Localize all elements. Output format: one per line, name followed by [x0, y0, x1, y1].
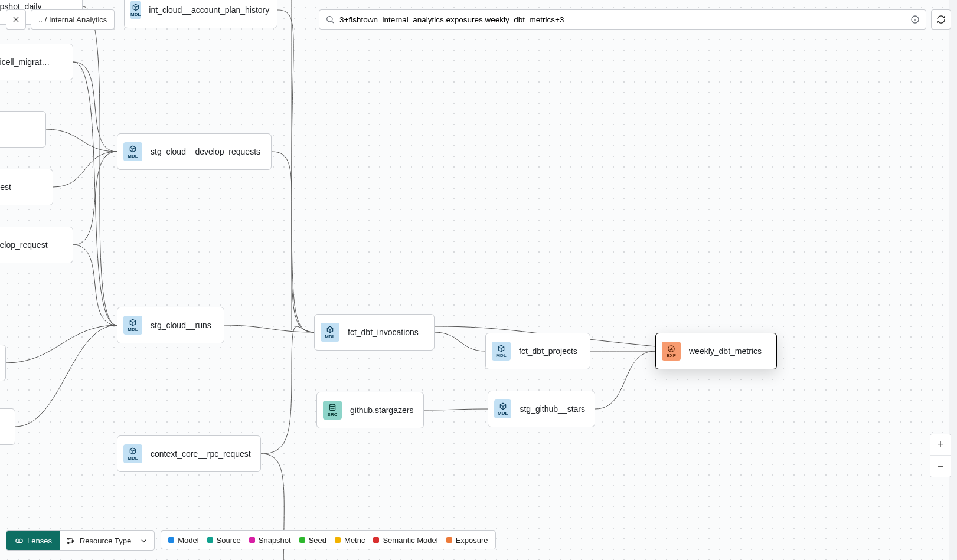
- info-icon[interactable]: [910, 15, 920, 24]
- chevron-down-icon: [139, 536, 148, 545]
- svg-point-7: [67, 542, 69, 544]
- breadcrumb[interactable]: .. / Internal Analytics: [31, 9, 115, 30]
- node-int_acct_plan[interactable]: MDLint_cloud__account_plan_history: [124, 0, 277, 28]
- node-badge: EXP: [662, 342, 681, 361]
- legend-swatch: [446, 537, 452, 543]
- node-label: stg_github__stars: [520, 404, 585, 414]
- node-label: develop_request: [0, 240, 48, 250]
- node-badge: SRC: [323, 401, 342, 420]
- node-badge: MDL: [494, 399, 511, 418]
- node-badge: MDL: [123, 142, 142, 161]
- resource-type-dropdown[interactable]: Resource Type: [60, 531, 154, 550]
- node-multicell[interactable]: nulticell_migrat…: [0, 44, 73, 80]
- legend-item: Model: [168, 536, 198, 545]
- legend-item: Seed: [299, 536, 326, 545]
- refresh-icon: [936, 15, 946, 24]
- breadcrumb-label: .. / Internal Analytics: [38, 15, 107, 24]
- legend-label: Metric: [344, 536, 365, 545]
- legend-label: Model: [178, 536, 198, 545]
- node-velop_request[interactable]: velop_request: [0, 169, 53, 205]
- legend-item: Snapshot: [249, 536, 291, 545]
- node-label: fct_dbt_projects: [519, 346, 577, 356]
- svg-point-6: [67, 538, 69, 539]
- legend-label: Semantic Model: [383, 536, 437, 545]
- node-label: velop_request: [0, 182, 11, 192]
- zoom-in-button[interactable]: +: [930, 434, 951, 456]
- svg-point-0: [329, 404, 335, 407]
- search-input[interactable]: [339, 15, 906, 24]
- lenses-icon: [15, 536, 24, 545]
- view-controls: Lenses Resource Type: [6, 530, 155, 551]
- node-badge: MDL: [321, 323, 339, 342]
- zoom-out-button[interactable]: −: [930, 456, 951, 477]
- node-weekly[interactable]: EXPweekly_dbt_metrics: [655, 333, 777, 369]
- legend: ModelSourceSnapshotSeedMetricSemantic Mo…: [161, 530, 495, 549]
- legend-item: Metric: [335, 536, 365, 545]
- legend-swatch: [207, 537, 213, 543]
- node-label: stg_cloud__runs: [151, 320, 211, 330]
- resource-type-label: Resource Type: [80, 536, 131, 545]
- node-badge: MDL: [130, 1, 141, 19]
- search-icon: [325, 15, 335, 24]
- node-fct_inv[interactable]: MDLfct_dbt_invocations: [314, 314, 435, 351]
- close-icon: [12, 15, 20, 24]
- lenses-button[interactable]: Lenses: [6, 531, 60, 550]
- svg-point-2: [327, 17, 332, 22]
- node-label: context_core__rpc_request: [151, 449, 251, 459]
- node-stg_dev_req[interactable]: MDLstg_cloud__develop_requests: [117, 133, 272, 170]
- legend-item: Source: [207, 536, 241, 545]
- node-develop_request[interactable]: develop_request: [0, 227, 73, 263]
- search-bar[interactable]: [319, 9, 926, 30]
- legend-item: Semantic Model: [373, 536, 437, 545]
- legend-swatch: [168, 537, 174, 543]
- refresh-button[interactable]: [931, 9, 951, 30]
- legend-label: Source: [217, 536, 241, 545]
- node-badge: MDL: [123, 316, 142, 335]
- legend-swatch: [299, 537, 305, 543]
- node-p_request[interactable]: p_request: [0, 111, 46, 148]
- node-fct_proj[interactable]: MDLfct_dbt_projects: [485, 333, 590, 369]
- canvas-background[interactable]: [0, 0, 957, 560]
- node-blank_n[interactable]: n: [0, 345, 6, 381]
- node-stg_runs[interactable]: MDLstg_cloud__runs: [117, 307, 224, 343]
- node-label: int_cloud__account_plan_history: [149, 5, 269, 15]
- node-context_rpc[interactable]: MDLcontext_core__rpc_request: [117, 435, 261, 472]
- legend-label: Seed: [309, 536, 326, 545]
- node-label: github.stargazers: [350, 405, 413, 415]
- node-label: fct_dbt_invocations: [348, 328, 419, 337]
- legend-swatch: [249, 537, 255, 543]
- node-github_src[interactable]: SRCgithub.stargazers: [316, 392, 424, 428]
- legend-item: Exposure: [446, 536, 488, 545]
- legend-swatch: [335, 537, 341, 543]
- node-stg_stars[interactable]: MDLstg_github__stars: [488, 391, 595, 427]
- zoom-controls: + −: [930, 434, 951, 477]
- legend-label: Exposure: [456, 536, 488, 545]
- lenses-label: Lenses: [27, 536, 52, 545]
- node-badge: MDL: [492, 342, 511, 361]
- close-button[interactable]: [6, 9, 26, 30]
- legend-label: Snapshot: [259, 536, 291, 545]
- node-run[interactable]: run: [0, 408, 15, 445]
- node-label: weekly_dbt_metrics: [689, 346, 762, 356]
- node-label: nulticell_migrat…: [0, 57, 50, 67]
- svg-point-8: [72, 540, 74, 542]
- legend-swatch: [373, 537, 379, 543]
- resource-type-icon: [66, 536, 75, 545]
- node-label: stg_cloud__develop_requests: [151, 147, 260, 156]
- node-badge: MDL: [123, 444, 142, 463]
